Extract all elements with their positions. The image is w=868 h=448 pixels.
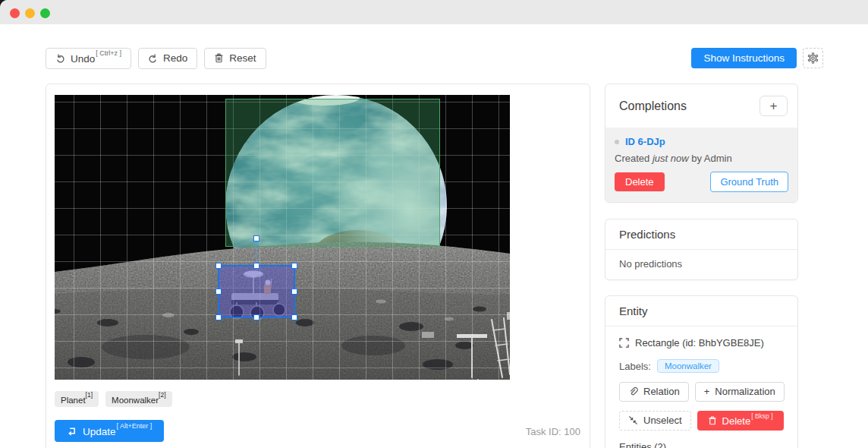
task-image-container bbox=[55, 95, 510, 380]
update-hotkey: [ Alt+Enter ] bbox=[117, 422, 153, 430]
reset-button[interactable]: Reset bbox=[204, 48, 266, 69]
completion-bullet-icon bbox=[615, 140, 619, 144]
entity-label-tag[interactable]: Moonwalker bbox=[657, 359, 719, 373]
created-prefix: Created bbox=[615, 153, 649, 164]
chip-moonwalker-hotkey: [2] bbox=[159, 391, 165, 399]
minimize-window-button[interactable] bbox=[25, 8, 35, 18]
app-window: Undo[ Ctrl+z ] Redo bbox=[0, 0, 868, 448]
created-by: by Admin bbox=[691, 153, 731, 164]
resize-handle-w[interactable] bbox=[215, 289, 222, 295]
rotation-line bbox=[256, 241, 256, 265]
toolbar-left: Undo[ Ctrl+z ] Redo bbox=[46, 48, 266, 69]
entities-count: Entities (2) bbox=[619, 441, 784, 448]
resize-handle-se[interactable] bbox=[291, 314, 297, 320]
entity-title: Entity bbox=[619, 304, 648, 317]
label-chips: Planet[1] Moonwalker[2] bbox=[55, 391, 172, 407]
predictions-panel: Predictions No predictions bbox=[605, 219, 798, 280]
annotation-layer[interactable] bbox=[55, 95, 510, 380]
completion-item[interactable]: ID 6-DJp Created just now by Admin Delet… bbox=[605, 128, 797, 202]
delete-entity-label: Delete bbox=[722, 415, 751, 427]
update-button[interactable]: Update[ Alt+Enter ] bbox=[55, 420, 164, 442]
completions-panel: Completions + ID 6-DJp Created just now … bbox=[605, 84, 798, 203]
predictions-empty-text: No predictions bbox=[605, 250, 797, 279]
rotation-handle[interactable] bbox=[253, 235, 259, 241]
trash-icon bbox=[214, 53, 224, 63]
region-moonwalker-selected[interactable] bbox=[218, 265, 295, 318]
undo-label: Undo bbox=[71, 53, 95, 65]
delete-entity-button[interactable]: Delete[ Bksp ] bbox=[697, 411, 784, 431]
predictions-title: Predictions bbox=[619, 228, 675, 241]
relation-button[interactable]: Relation bbox=[619, 382, 689, 402]
expand-corners-icon bbox=[619, 338, 629, 348]
resize-handle-sw[interactable] bbox=[215, 314, 222, 320]
maximize-window-button[interactable] bbox=[40, 8, 50, 18]
unselect-button[interactable]: Unselect bbox=[619, 411, 691, 431]
label-chip-planet[interactable]: Planet[1] bbox=[55, 391, 99, 407]
reset-label: Reset bbox=[229, 52, 256, 65]
undo-button[interactable]: Undo[ Ctrl+z ] bbox=[46, 48, 131, 69]
chip-planet-hotkey: [1] bbox=[86, 391, 93, 399]
chip-moonwalker-label: Moonwalker bbox=[112, 396, 159, 405]
delete-entity-hotkey: [ Bksp ] bbox=[751, 412, 772, 420]
title-bar bbox=[0, 0, 868, 24]
submit-arrow-icon bbox=[67, 426, 77, 436]
entity-panel: Entity Rectangle (id: BhbYGBE8JE) Labels… bbox=[605, 295, 798, 448]
created-time: just now bbox=[653, 153, 689, 164]
entity-selection-text: Rectangle (id: BhbYGBE8JE) bbox=[635, 337, 764, 349]
unselect-label: Unselect bbox=[643, 415, 682, 427]
undo-icon bbox=[55, 53, 65, 63]
resize-handle-s[interactable] bbox=[253, 314, 259, 320]
link-icon bbox=[628, 386, 638, 396]
right-sidebar: Completions + ID 6-DJp Created just now … bbox=[605, 84, 798, 448]
completions-title: Completions bbox=[619, 99, 687, 113]
toolbar-right: Show Instructions bbox=[691, 48, 823, 68]
canvas-card: Planet[1] Moonwalker[2] Update[ Alt+Ente… bbox=[46, 84, 590, 448]
ground-truth-button[interactable]: Ground Truth bbox=[710, 172, 788, 192]
undo-hotkey: [ Ctrl+z ] bbox=[96, 49, 121, 57]
completion-id-link[interactable]: ID 6-DJp bbox=[625, 136, 665, 147]
settings-button[interactable] bbox=[803, 48, 823, 68]
task-id: Task ID: 100 bbox=[526, 426, 580, 437]
add-completion-button[interactable]: + bbox=[760, 96, 788, 116]
resize-handle-e[interactable] bbox=[291, 289, 297, 295]
region-planet[interactable] bbox=[225, 99, 440, 247]
close-window-button[interactable] bbox=[10, 8, 20, 18]
resize-handle-n[interactable] bbox=[253, 263, 259, 269]
show-instructions-button[interactable]: Show Instructions bbox=[691, 48, 797, 68]
update-label: Update bbox=[83, 426, 116, 437]
plus-icon: + bbox=[704, 386, 710, 398]
gear-icon bbox=[807, 52, 819, 64]
resize-handle-nw[interactable] bbox=[215, 263, 222, 269]
delete-completion-button[interactable]: Delete bbox=[615, 172, 665, 191]
completion-created-text: Created just now by Admin bbox=[615, 153, 788, 164]
collapse-arrows-icon bbox=[628, 415, 638, 425]
resize-handle-ne[interactable] bbox=[291, 263, 297, 269]
normalization-label: Normalization bbox=[715, 386, 775, 398]
label-chip-moonwalker[interactable]: Moonwalker[2] bbox=[105, 391, 171, 407]
trash-icon-white bbox=[708, 416, 717, 425]
redo-icon bbox=[148, 53, 158, 63]
chip-planet-label: Planet bbox=[61, 396, 86, 405]
relation-label: Relation bbox=[643, 386, 680, 398]
normalization-button[interactable]: + Normalization bbox=[695, 382, 785, 402]
redo-label: Redo bbox=[163, 52, 187, 65]
labels-caption: Labels: bbox=[619, 361, 651, 372]
redo-button[interactable]: Redo bbox=[138, 48, 197, 69]
